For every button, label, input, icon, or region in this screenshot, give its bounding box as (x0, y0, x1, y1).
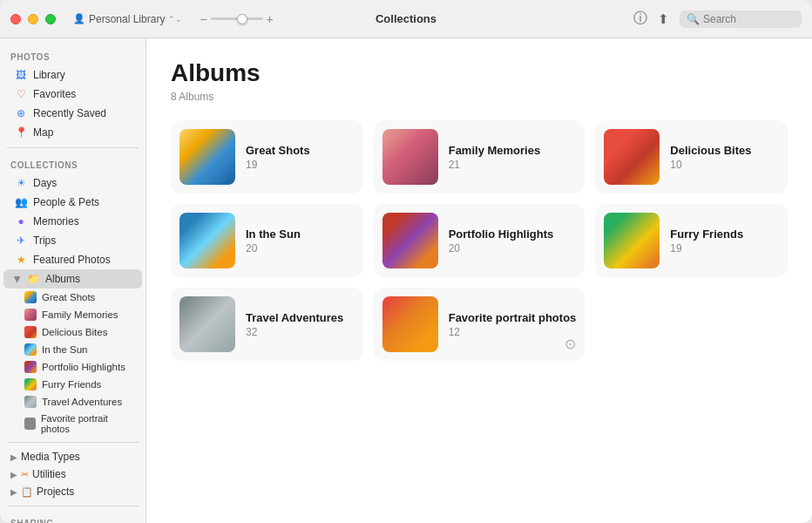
sidebar-item-label: Great Shots (42, 292, 95, 302)
sidebar-item-label: Days (33, 177, 57, 189)
album-thumb-furry-friends (604, 213, 660, 268)
zoom-slider-area: − + (200, 12, 273, 26)
zoom-plus-label[interactable]: + (267, 12, 274, 26)
sidebar-sub-item-furry-friends[interactable]: Furry Friends (3, 376, 142, 393)
sidebar-sub-item-in-the-sun[interactable]: In the Sun (3, 341, 142, 358)
sidebar: Photos 🖼 Library ♡ Favorites ⊕ Recently … (0, 38, 146, 523)
titlebar-right: ⓘ ⬆ 🔍 (633, 10, 802, 28)
sidebar-group-projects[interactable]: ▶ 📋 Projects (3, 483, 142, 500)
map-icon: 📍 (14, 126, 28, 139)
featured-icon: ★ (14, 253, 28, 267)
sidebar-sub-item-delicious-bites[interactable]: Delicious Bites (3, 323, 142, 341)
zoom-minus-label[interactable]: − (200, 12, 206, 26)
sidebar-item-label: Albums (45, 273, 80, 285)
search-box[interactable]: 🔍 (680, 10, 802, 28)
album-thumb-in-the-sun (179, 213, 235, 268)
sidebar-sub-item-portrait[interactable]: Favorite portrait photos (3, 411, 142, 437)
sidebar-item-albums[interactable]: ▶ 📁 Albums (3, 269, 142, 289)
app-window: 👤 Personal Library ⌃⌄ − + Collections ⓘ … (0, 0, 812, 523)
sidebar-sub-item-great-shots[interactable]: Great Shots (3, 289, 142, 306)
maximize-button[interactable] (45, 14, 56, 24)
close-button[interactable] (10, 14, 21, 24)
photos-section-label: Photos (0, 45, 145, 65)
sidebar-item-label: Trips (33, 234, 56, 247)
album-card-delicious-bites[interactable]: Delicious Bites 10 (595, 120, 788, 194)
share-icon[interactable]: ⬆ (658, 11, 669, 27)
album-count-label: 20 (246, 242, 355, 255)
album-info-portfolio: Portfolio Highlights 20 (449, 228, 577, 255)
sidebar-sub-item-family-memories[interactable]: Family Memories (3, 306, 142, 323)
titlebar: 👤 Personal Library ⌃⌄ − + Collections ⓘ … (0, 0, 812, 38)
album-info-in-the-sun: In the Sun 20 (246, 228, 355, 255)
sidebar-item-map[interactable]: 📍 Map (3, 123, 142, 142)
album-info-furry-friends: Furry Friends 19 (670, 228, 779, 255)
album-name: Great Shots (246, 144, 355, 157)
sidebar-item-label: In the Sun (42, 344, 87, 355)
furry-friends-sub-thumb (24, 378, 37, 391)
sidebar-item-trips[interactable]: ✈ Trips (3, 231, 142, 250)
album-card-family-memories[interactable]: Family Memories 21 (374, 120, 585, 194)
album-count-label: 20 (449, 242, 577, 255)
traffic-lights (10, 14, 56, 24)
collections-section-label: Collections (0, 153, 145, 173)
album-card-in-the-sun[interactable]: In the Sun 20 (171, 204, 363, 277)
sidebar-item-label: Delicious Bites (42, 327, 107, 337)
main-area: Photos 🖼 Library ♡ Favorites ⊕ Recently … (0, 38, 812, 523)
album-thumb-portrait (382, 296, 438, 352)
sidebar-item-memories[interactable]: ● Memories (3, 212, 142, 231)
sidebar-item-label: Travel Adventures (42, 397, 122, 407)
zoom-slider-thumb[interactable] (237, 14, 247, 24)
sidebar-item-favorites[interactable]: ♡ Favorites (3, 85, 142, 104)
search-input[interactable] (703, 13, 795, 25)
albums-grid: Great Shots 19 Family Memories 21 Delici… (171, 120, 788, 361)
window-title: Collections (376, 12, 436, 25)
album-count-label: 19 (246, 159, 355, 171)
album-info-portrait: Favorite portrait photos 12 (449, 311, 577, 338)
sidebar-item-recently-saved[interactable]: ⊕ Recently Saved (3, 104, 142, 123)
album-info-travel: Travel Adventures 32 (246, 311, 355, 338)
portfolio-sub-thumb (24, 361, 37, 373)
portrait-action-icon[interactable]: ⊙ (565, 336, 576, 352)
album-card-portrait[interactable]: Favorite portrait photos 12 ⊙ (374, 288, 585, 361)
sidebar-item-library[interactable]: 🖼 Library (3, 65, 142, 85)
library-icon: 🖼 (14, 68, 28, 82)
library-selector[interactable]: 👤 Personal Library ⌃⌄ (73, 13, 182, 25)
recently-saved-icon: ⊕ (14, 106, 28, 120)
sidebar-group-utilities[interactable]: ▶ ✂ Utilities (3, 465, 142, 483)
album-card-portfolio[interactable]: Portfolio Highlights 20 (374, 204, 585, 277)
sidebar-sub-item-travel[interactable]: Travel Adventures (3, 393, 142, 411)
travel-sub-thumb (24, 396, 37, 408)
album-count-label: 19 (670, 242, 779, 255)
album-name: Delicious Bites (670, 144, 779, 157)
album-card-furry-friends[interactable]: Furry Friends 19 (595, 204, 788, 277)
projects-icon: 📋 (21, 486, 33, 498)
album-count: 8 Albums (171, 91, 788, 103)
sidebar-item-people-pets[interactable]: 👥 People & Pets (3, 193, 142, 212)
sidebar-item-label: Recently Saved (33, 107, 106, 119)
sidebar-item-featured-photos[interactable]: ★ Featured Photos (3, 250, 142, 269)
group-label: Projects (37, 486, 74, 498)
window-title-text: Collections (376, 12, 436, 25)
sidebar-item-label: Favorites (33, 88, 76, 100)
album-card-great-shots[interactable]: Great Shots 19 (171, 120, 363, 194)
media-types-chevron-icon: ▶ (10, 452, 17, 462)
sidebar-item-label: Memories (33, 215, 79, 228)
search-icon: 🔍 (687, 13, 700, 25)
memories-icon: ● (14, 214, 28, 228)
sidebar-item-days[interactable]: ☀ Days (3, 173, 142, 193)
sidebar-item-label: Favorite portrait photos (41, 413, 132, 434)
zoom-slider-track[interactable] (211, 17, 263, 20)
sharing-section-label: Sharing (0, 512, 145, 523)
group-label: Media Types (21, 451, 80, 463)
titlebar-left: 👤 Personal Library ⌃⌄ − + (73, 12, 274, 26)
library-chevron-icon: ⌃⌄ (168, 15, 182, 24)
minimize-button[interactable] (28, 14, 38, 24)
album-count-label: 32 (246, 326, 355, 338)
info-icon[interactable]: ⓘ (633, 10, 647, 28)
divider-1 (7, 147, 139, 148)
utilities-icon: ✂ (21, 469, 29, 480)
album-card-travel[interactable]: Travel Adventures 32 (171, 288, 363, 361)
sidebar-sub-item-portfolio[interactable]: Portfolio Highlights (3, 358, 142, 376)
portrait-sub-thumb (24, 418, 36, 430)
sidebar-group-media-types[interactable]: ▶ Media Types (3, 448, 142, 465)
